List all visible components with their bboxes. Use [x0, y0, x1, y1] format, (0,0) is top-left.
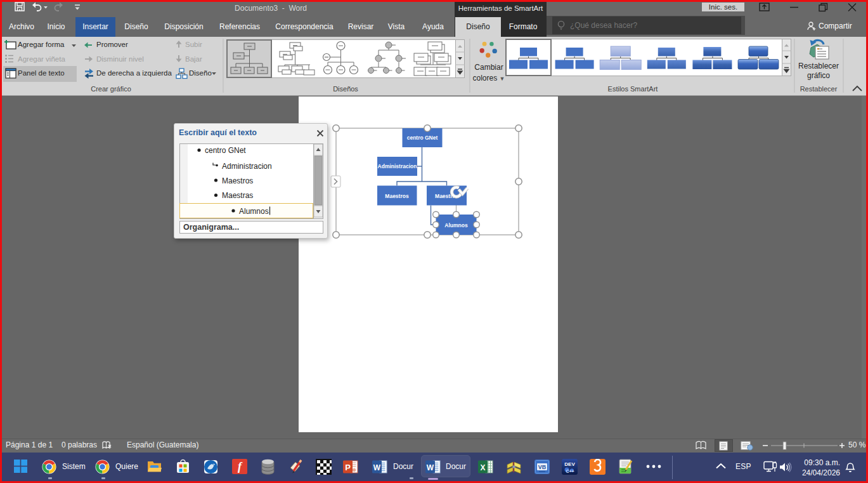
svg-text:Maestros: Maestros	[385, 193, 409, 199]
svg-text:X: X	[480, 463, 485, 472]
svg-text:Alumnos: Alumnos	[444, 222, 468, 228]
svg-text:Administracion: Administracion	[378, 163, 417, 169]
svg-text:W: W	[373, 463, 381, 472]
svg-text:W: W	[427, 463, 434, 472]
svg-text:VB: VB	[538, 464, 547, 470]
svg-text:P: P	[345, 463, 351, 472]
svg-text:C++: C++	[566, 469, 574, 473]
svg-text:DEV: DEV	[564, 461, 575, 467]
svg-text:centro GNet: centro GNet	[407, 135, 438, 141]
